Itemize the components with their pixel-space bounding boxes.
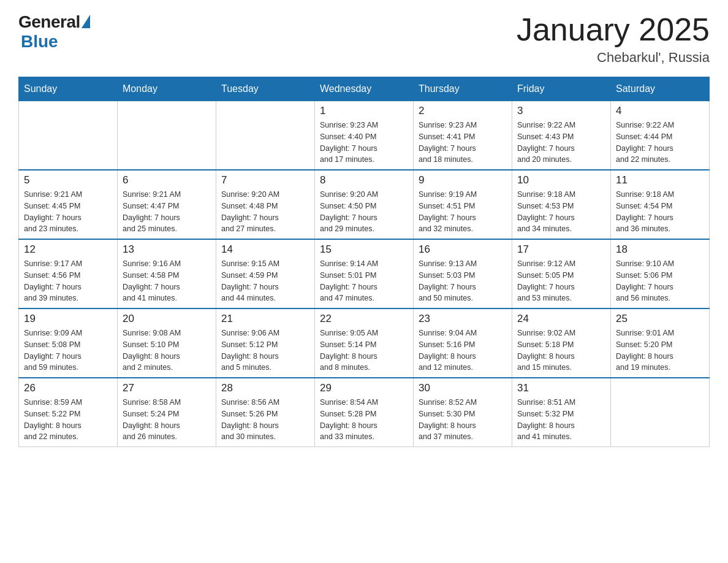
weekday-header-thursday: Thursday	[414, 77, 512, 101]
weekday-header-wednesday: Wednesday	[315, 77, 414, 101]
calendar-cell: 2Sunrise: 9:23 AM Sunset: 4:41 PM Daylig…	[414, 101, 512, 170]
day-number: 24	[517, 313, 605, 325]
day-info: Sunrise: 8:54 AM Sunset: 5:28 PM Dayligh…	[320, 397, 408, 443]
calendar-cell: 10Sunrise: 9:18 AM Sunset: 4:53 PM Dayli…	[512, 170, 611, 239]
day-info: Sunrise: 8:58 AM Sunset: 5:24 PM Dayligh…	[123, 397, 211, 443]
day-number: 6	[123, 174, 211, 186]
calendar-cell: 26Sunrise: 8:59 AM Sunset: 5:22 PM Dayli…	[19, 378, 118, 447]
calendar-cell: 1Sunrise: 9:23 AM Sunset: 4:40 PM Daylig…	[315, 101, 414, 170]
day-info: Sunrise: 8:59 AM Sunset: 5:22 PM Dayligh…	[24, 397, 112, 443]
day-number: 14	[221, 243, 309, 256]
calendar-cell: 24Sunrise: 9:02 AM Sunset: 5:18 PM Dayli…	[512, 308, 611, 378]
day-number: 12	[24, 243, 112, 256]
calendar-cell: 12Sunrise: 9:17 AM Sunset: 4:56 PM Dayli…	[19, 239, 118, 308]
day-number: 21	[221, 313, 309, 325]
weekday-header-friday: Friday	[512, 77, 611, 101]
calendar-cell	[118, 101, 216, 170]
logo-general-text: General	[18, 12, 80, 32]
day-number: 5	[24, 174, 112, 186]
day-info: Sunrise: 9:18 AM Sunset: 4:54 PM Dayligh…	[616, 189, 704, 235]
calendar-cell: 28Sunrise: 8:56 AM Sunset: 5:26 PM Dayli…	[216, 378, 315, 447]
day-number: 31	[517, 382, 605, 394]
day-number: 2	[419, 105, 507, 117]
calendar-table: SundayMondayTuesdayWednesdayThursdayFrid…	[18, 77, 710, 447]
calendar-cell: 9Sunrise: 9:19 AM Sunset: 4:51 PM Daylig…	[414, 170, 512, 239]
day-info: Sunrise: 9:10 AM Sunset: 5:06 PM Dayligh…	[616, 258, 704, 304]
calendar-cell	[19, 101, 118, 170]
day-number: 13	[123, 243, 211, 256]
calendar-cell: 11Sunrise: 9:18 AM Sunset: 4:54 PM Dayli…	[611, 170, 710, 239]
day-number: 20	[123, 313, 211, 325]
calendar-cell: 6Sunrise: 9:21 AM Sunset: 4:47 PM Daylig…	[118, 170, 216, 239]
week-row-3: 12Sunrise: 9:17 AM Sunset: 4:56 PM Dayli…	[19, 239, 710, 308]
calendar-cell	[216, 101, 315, 170]
calendar-title: January 2025	[517, 12, 710, 47]
day-info: Sunrise: 9:22 AM Sunset: 4:43 PM Dayligh…	[517, 120, 605, 166]
calendar-cell: 3Sunrise: 9:22 AM Sunset: 4:43 PM Daylig…	[512, 101, 611, 170]
calendar-cell	[611, 378, 710, 447]
calendar-cell: 4Sunrise: 9:22 AM Sunset: 4:44 PM Daylig…	[611, 101, 710, 170]
calendar-cell: 8Sunrise: 9:20 AM Sunset: 4:50 PM Daylig…	[315, 170, 414, 239]
day-info: Sunrise: 8:52 AM Sunset: 5:30 PM Dayligh…	[419, 397, 507, 443]
day-number: 25	[616, 313, 704, 325]
day-number: 28	[221, 382, 309, 394]
calendar-cell: 17Sunrise: 9:12 AM Sunset: 5:05 PM Dayli…	[512, 239, 611, 308]
day-info: Sunrise: 9:18 AM Sunset: 4:53 PM Dayligh…	[517, 189, 605, 235]
day-info: Sunrise: 9:20 AM Sunset: 4:50 PM Dayligh…	[320, 189, 408, 235]
day-number: 11	[616, 174, 704, 186]
day-info: Sunrise: 9:09 AM Sunset: 5:08 PM Dayligh…	[24, 327, 112, 373]
calendar-cell: 7Sunrise: 9:20 AM Sunset: 4:48 PM Daylig…	[216, 170, 315, 239]
day-info: Sunrise: 9:23 AM Sunset: 4:41 PM Dayligh…	[419, 120, 507, 166]
day-number: 30	[419, 382, 507, 394]
day-info: Sunrise: 9:02 AM Sunset: 5:18 PM Dayligh…	[517, 327, 605, 373]
day-number: 18	[616, 243, 704, 256]
logo-triangle-icon	[82, 15, 90, 28]
calendar-cell: 23Sunrise: 9:04 AM Sunset: 5:16 PM Dayli…	[414, 308, 512, 378]
day-number: 4	[616, 105, 704, 117]
weekday-header-saturday: Saturday	[611, 77, 710, 101]
weekday-header-tuesday: Tuesday	[216, 77, 315, 101]
day-info: Sunrise: 9:04 AM Sunset: 5:16 PM Dayligh…	[419, 327, 507, 373]
calendar-cell: 25Sunrise: 9:01 AM Sunset: 5:20 PM Dayli…	[611, 308, 710, 378]
day-number: 22	[320, 313, 408, 325]
day-number: 9	[419, 174, 507, 186]
day-info: Sunrise: 9:23 AM Sunset: 4:40 PM Dayligh…	[320, 120, 408, 166]
logo-blue-text: Blue	[21, 32, 58, 52]
day-number: 10	[517, 174, 605, 186]
day-info: Sunrise: 8:56 AM Sunset: 5:26 PM Dayligh…	[221, 397, 309, 443]
day-info: Sunrise: 9:15 AM Sunset: 4:59 PM Dayligh…	[221, 258, 309, 304]
day-info: Sunrise: 9:06 AM Sunset: 5:12 PM Dayligh…	[221, 327, 309, 373]
calendar-subtitle: Chebarkul', Russia	[517, 50, 710, 66]
day-number: 17	[517, 243, 605, 256]
day-info: Sunrise: 8:51 AM Sunset: 5:32 PM Dayligh…	[517, 397, 605, 443]
day-info: Sunrise: 9:20 AM Sunset: 4:48 PM Dayligh…	[221, 189, 309, 235]
calendar-cell: 14Sunrise: 9:15 AM Sunset: 4:59 PM Dayli…	[216, 239, 315, 308]
weekday-header-row: SundayMondayTuesdayWednesdayThursdayFrid…	[19, 77, 710, 101]
calendar-cell: 16Sunrise: 9:13 AM Sunset: 5:03 PM Dayli…	[414, 239, 512, 308]
day-number: 3	[517, 105, 605, 117]
week-row-5: 26Sunrise: 8:59 AM Sunset: 5:22 PM Dayli…	[19, 378, 710, 447]
day-info: Sunrise: 9:13 AM Sunset: 5:03 PM Dayligh…	[419, 258, 507, 304]
calendar-cell: 13Sunrise: 9:16 AM Sunset: 4:58 PM Dayli…	[118, 239, 216, 308]
weekday-header-monday: Monday	[118, 77, 216, 101]
day-number: 7	[221, 174, 309, 186]
day-info: Sunrise: 9:05 AM Sunset: 5:14 PM Dayligh…	[320, 327, 408, 373]
day-info: Sunrise: 9:19 AM Sunset: 4:51 PM Dayligh…	[419, 189, 507, 235]
week-row-1: 1Sunrise: 9:23 AM Sunset: 4:40 PM Daylig…	[19, 101, 710, 170]
day-info: Sunrise: 9:22 AM Sunset: 4:44 PM Dayligh…	[616, 120, 704, 166]
calendar-cell: 31Sunrise: 8:51 AM Sunset: 5:32 PM Dayli…	[512, 378, 611, 447]
day-info: Sunrise: 9:01 AM Sunset: 5:20 PM Dayligh…	[616, 327, 704, 373]
logo: General Blue	[18, 12, 90, 52]
calendar-cell: 30Sunrise: 8:52 AM Sunset: 5:30 PM Dayli…	[414, 378, 512, 447]
title-block: January 2025 Chebarkul', Russia	[517, 12, 710, 66]
calendar-cell: 20Sunrise: 9:08 AM Sunset: 5:10 PM Dayli…	[118, 308, 216, 378]
day-number: 1	[320, 105, 408, 117]
day-info: Sunrise: 9:16 AM Sunset: 4:58 PM Dayligh…	[123, 258, 211, 304]
day-info: Sunrise: 9:17 AM Sunset: 4:56 PM Dayligh…	[24, 258, 112, 304]
day-info: Sunrise: 9:21 AM Sunset: 4:47 PM Dayligh…	[123, 189, 211, 235]
day-number: 16	[419, 243, 507, 256]
calendar-cell: 15Sunrise: 9:14 AM Sunset: 5:01 PM Dayli…	[315, 239, 414, 308]
day-number: 15	[320, 243, 408, 256]
day-number: 19	[24, 313, 112, 325]
calendar-cell: 19Sunrise: 9:09 AM Sunset: 5:08 PM Dayli…	[19, 308, 118, 378]
